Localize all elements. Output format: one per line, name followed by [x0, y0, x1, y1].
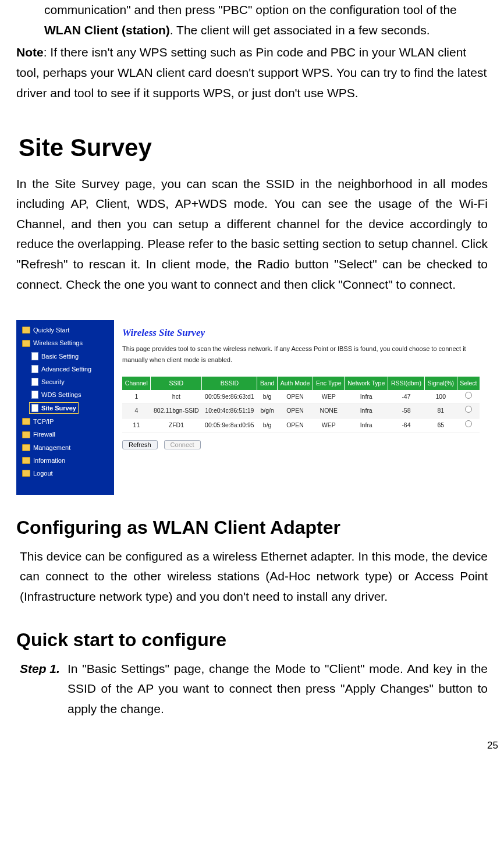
cell: b/g [257, 390, 277, 404]
cell: 65 [424, 418, 457, 432]
cell: 1 [122, 390, 151, 404]
cell: Infra [345, 404, 388, 418]
sidebar-item-label: Site Survey [41, 403, 76, 413]
table-row: 4802.11bgn-SSID10:e0:4c:86:51:19b/g/nOPE… [122, 404, 480, 418]
text-segment: communication" and then press "PBC" opti… [44, 3, 457, 16]
cell: -64 [388, 418, 425, 432]
cell: 4 [122, 404, 151, 418]
sidebar-item-label: Advanced Setting [41, 364, 91, 374]
select-radio[interactable] [465, 406, 472, 413]
table-row: 11ZFD100:05:9e:8a:d0:95b/gOPENWEPInfra-6… [122, 418, 480, 432]
column-header: SSID [151, 377, 202, 390]
cell: 00:05:9e:86:63:d1 [202, 390, 257, 404]
sidebar-item[interactable]: Information [16, 454, 114, 467]
sidebar-item[interactable]: Site Survey [16, 401, 114, 415]
select-cell [457, 390, 480, 404]
sidebar-item-label: Security [41, 377, 65, 387]
column-header: Select [457, 377, 480, 390]
heading-site-survey: Site Survey [19, 127, 488, 168]
select-cell [457, 418, 480, 432]
cell: Infra [345, 418, 388, 432]
sidebar-item[interactable]: Basic Setting [16, 350, 114, 363]
note-label: Note [16, 45, 44, 59]
continuation-paragraph: communication" and then press "PBC" opti… [44, 0, 488, 40]
column-header: Channel [122, 377, 151, 390]
refresh-button[interactable]: Refresh [122, 440, 158, 449]
cell: 00:05:9e:8a:d0:95 [202, 418, 257, 432]
folder-icon [22, 457, 30, 464]
configuring-paragraph: This device can be configured as a wirel… [20, 547, 488, 607]
sidebar-item[interactable]: Wireless Settings [16, 336, 114, 349]
screenshot: Quickly StartWireless SettingsBasic Sett… [16, 320, 488, 495]
sidebar-item-label: Wireless Settings [33, 338, 83, 348]
select-radio[interactable] [465, 392, 472, 399]
sidebar-item[interactable]: WDS Settings [16, 388, 114, 401]
select-cell [457, 404, 480, 418]
survey-table: ChannelSSIDBSSIDBandAuth ModeEnc TypeNet… [122, 377, 480, 433]
folder-icon [22, 470, 30, 477]
page-icon [31, 391, 38, 399]
page-icon [31, 378, 38, 386]
content-title: Wireless Site Survey [122, 325, 480, 341]
column-header: BSSID [202, 377, 257, 390]
select-radio[interactable] [465, 420, 472, 427]
step-text: In "Basic Settings" page, change the Mod… [68, 659, 488, 719]
column-header: Network Type [345, 377, 388, 390]
cell: hct [151, 390, 202, 404]
folder-icon [22, 327, 30, 334]
column-header: Band [257, 377, 277, 390]
column-header: Auth Mode [277, 377, 313, 390]
note-text: : If there isn't any WPS setting such as… [16, 45, 487, 99]
sidebar-item[interactable]: Security [16, 375, 114, 388]
folder-icon [22, 418, 30, 425]
cell: 11 [122, 418, 151, 432]
sidebar-item-label: Basic Setting [41, 351, 79, 361]
sidebar-item-label: Management [33, 442, 70, 453]
sidebar-item-label: WDS Settings [41, 389, 81, 400]
sidebar-item[interactable]: Logout [16, 467, 114, 480]
page-icon [31, 404, 38, 412]
cell: 802.11bgn-SSID [151, 404, 202, 418]
sidebar-item[interactable]: Quickly Start [16, 324, 114, 336]
text-segment: . The client will get associated in a fe… [170, 23, 430, 37]
cell: WEP [313, 390, 345, 404]
cell: Infra [345, 390, 388, 404]
heading-configuring: Configuring as WLAN Client Adapter [16, 512, 488, 543]
sidebar-item-label: Quickly Start [33, 325, 69, 335]
cell: -58 [388, 404, 425, 418]
cell: 100 [424, 390, 457, 404]
bold-segment: WLAN Client (station) [44, 23, 170, 37]
sidebar-item-label: Firewall [33, 429, 55, 439]
heading-quickstart: Quick start to configure [16, 625, 488, 655]
step-1: Step 1. In "Basic Settings" page, change… [16, 659, 488, 719]
sidebar: Quickly StartWireless SettingsBasic Sett… [16, 320, 114, 495]
sidebar-item[interactable]: Advanced Setting [16, 363, 114, 375]
cell: OPEN [277, 404, 313, 418]
sidebar-item[interactable]: Management [16, 441, 114, 454]
step-label: Step 1. [20, 659, 68, 719]
connect-button[interactable]: Connect [164, 440, 201, 449]
sidebar-item[interactable]: Firewall [16, 428, 114, 441]
cell: -47 [388, 390, 425, 404]
cell: WEP [313, 418, 345, 432]
sidebar-item-label: Information [33, 455, 65, 466]
content-desc: This page provides tool to scan the wire… [122, 343, 480, 364]
folder-icon [22, 431, 30, 438]
page-number: 25 [0, 719, 504, 756]
cell: ZFD1 [151, 418, 202, 432]
cell: OPEN [277, 390, 313, 404]
page-icon [31, 365, 38, 373]
table-row: 1hct00:05:9e:86:63:d1b/gOPENWEPInfra-471… [122, 390, 480, 404]
cell: 10:e0:4c:86:51:19 [202, 404, 257, 418]
cell: b/g/n [257, 404, 277, 418]
sidebar-item-label: Logout [33, 468, 53, 478]
cell: 81 [424, 404, 457, 418]
button-row: Refresh Connect [122, 439, 480, 450]
sidebar-item-label: TCP/IP [33, 416, 54, 427]
folder-icon [22, 340, 30, 347]
column-header: Enc Type [313, 377, 345, 390]
cell: NONE [313, 404, 345, 418]
sidebar-item[interactable]: TCP/IP [16, 415, 114, 428]
site-survey-paragraph: In the Site Survey page, you can scan th… [16, 174, 488, 295]
cell: OPEN [277, 418, 313, 432]
